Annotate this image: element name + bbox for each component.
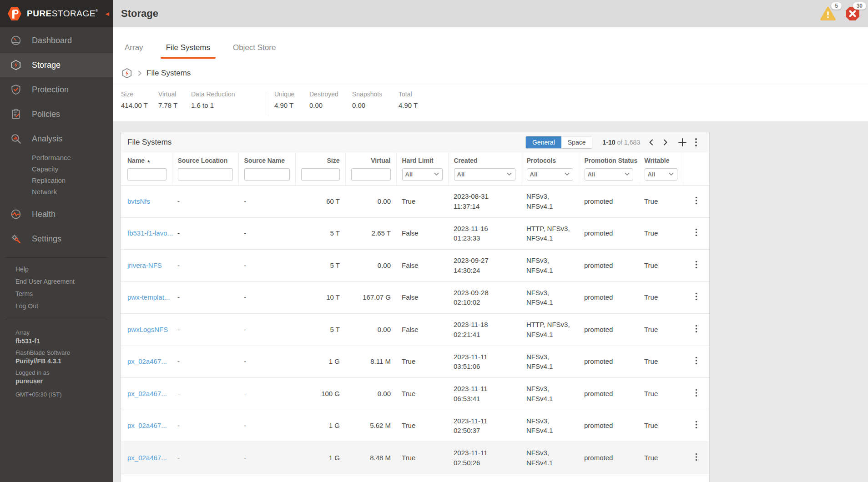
toggle-space-button[interactable]: Space (561, 136, 592, 148)
purestorage-logo[interactable]: PURESTORAGE® ◀ (0, 0, 113, 27)
cell-created: 2023-08-31 11:37:14 (448, 186, 521, 218)
row-menu-kebab-icon[interactable] (692, 260, 700, 270)
filter-select-protocols[interactable]: All (527, 168, 573, 181)
critical-alert-button[interactable]: 30 (844, 5, 861, 22)
storage-icon (10, 59, 22, 71)
cell-hard-limit: False (396, 217, 448, 250)
sidebar-item-protection[interactable]: Protection (0, 77, 113, 102)
next-page-button[interactable] (658, 136, 672, 149)
cell-name: fb531-f1-lavo... (121, 217, 172, 250)
toggle-general-button[interactable]: General (526, 136, 561, 148)
sidebar-item-dashboard[interactable]: Dashboard (0, 28, 113, 53)
sidebar-item-policies[interactable]: Policies (0, 102, 113, 126)
row-menu-kebab-icon[interactable] (692, 196, 700, 206)
row-menu-kebab-icon[interactable] (692, 420, 700, 430)
sidebar-link-log-out[interactable]: Log Out (15, 300, 107, 312)
filter-input-name[interactable] (127, 168, 167, 181)
cell-writable: True (639, 378, 683, 410)
cell-promotion-status: promoted (579, 250, 639, 282)
file-system-name-link[interactable]: px_02a467... (127, 422, 167, 429)
page-header: Storage 5 30 (113, 0, 868, 27)
stat-label: Snapshots (352, 90, 397, 98)
cell-actions (683, 217, 709, 250)
sidebar-subitem-replication[interactable]: Replication (32, 175, 113, 186)
sidebar-link-terms[interactable]: Terms (15, 288, 107, 300)
cell-protocols: NFSv3, NFSv4.1 (521, 186, 579, 218)
cell-hard-limit: True (396, 474, 448, 482)
settings-icon (10, 233, 22, 245)
cell-virtual: 0.00 (345, 186, 396, 218)
sidebar-link-help[interactable]: Help (15, 263, 107, 276)
stat-label: Unique (274, 90, 308, 98)
filter-select-writable[interactable]: All (645, 168, 677, 181)
cell-writable: True (639, 474, 683, 482)
filter-input-virtual[interactable] (351, 168, 391, 181)
cell-protocols: NFSv3, NFSv4.1 (521, 346, 579, 378)
tab-object-store[interactable]: Object Store (229, 43, 280, 62)
file-system-name-link[interactable]: px_02a467... (127, 357, 167, 365)
file-system-name-link[interactable]: px_02a467... (127, 390, 167, 397)
sidebar-item-analysis[interactable]: Analysis (0, 126, 113, 151)
file-system-name-link[interactable]: px_02a467... (127, 454, 167, 462)
chevron-right-icon (136, 70, 143, 76)
column-header-source-location[interactable]: Source Location (172, 152, 238, 165)
file-system-name-link[interactable]: fb531-f1-lavo... (127, 229, 173, 237)
cell-promotion-status: promoted (579, 410, 639, 442)
row-menu-kebab-icon[interactable] (692, 388, 700, 398)
cell-source-location: - (172, 346, 238, 378)
filter-input-source-name[interactable] (244, 168, 290, 181)
row-menu-kebab-icon[interactable] (692, 356, 700, 366)
column-header-source-name[interactable]: Source Name (238, 152, 295, 165)
tab-array[interactable]: Array (121, 43, 147, 62)
cell-virtual: 8.11 M (345, 346, 396, 378)
column-header-promotion-status[interactable]: Promotion Status (579, 152, 639, 165)
cell-hard-limit: True (396, 346, 448, 378)
cell-source-location: - (172, 442, 238, 474)
tab-file-systems[interactable]: File Systems (162, 43, 214, 62)
add-file-system-button[interactable] (676, 136, 689, 149)
filter-select-value: All (648, 171, 656, 178)
column-header-size[interactable]: Size (295, 152, 345, 165)
column-header-created[interactable]: Created (448, 152, 521, 165)
filter-select-value: All (588, 171, 595, 178)
filter-input-size[interactable] (301, 168, 340, 181)
panel-menu-kebab-icon[interactable] (689, 136, 703, 149)
sidebar-collapse-icon[interactable]: ◀ (106, 11, 109, 17)
column-header-hard-limit[interactable]: Hard Limit (396, 152, 448, 165)
sort-ascending-icon: ▲ (146, 159, 151, 163)
cell-source-name: - (238, 346, 295, 378)
sidebar-item-health[interactable]: Health (0, 202, 113, 226)
sidebar-subitem-performance[interactable]: Performance (32, 152, 113, 163)
cell-hard-limit: True (396, 378, 448, 410)
info-value-flashblade-software: Purity//FB 4.3.1 (15, 357, 113, 365)
sidebar-item-settings[interactable]: Settings (0, 226, 113, 251)
row-menu-kebab-icon[interactable] (692, 291, 700, 301)
file-system-name-link[interactable]: jrivera-NFS (127, 261, 162, 269)
stat-label: Destroyed (309, 90, 350, 98)
file-system-name-link[interactable]: bvtsNfs (127, 197, 150, 205)
sidebar-link-end-user-agreement[interactable]: End User Agreement (15, 276, 107, 288)
table-row: pwxLogsNFS--5 T0.00False2023-11-18 02:21… (121, 314, 709, 346)
row-menu-kebab-icon[interactable] (692, 452, 700, 462)
row-menu-kebab-icon[interactable] (692, 227, 700, 237)
filter-input-source-location[interactable] (178, 168, 233, 181)
column-header-name[interactable]: Name▲ (121, 152, 172, 165)
stat-destroyed: Destroyed0.00 (309, 90, 350, 121)
column-header-virtual[interactable]: Virtual (345, 152, 396, 165)
file-system-name-link[interactable]: pwxLogsNFS (127, 326, 168, 333)
sidebar-item-storage[interactable]: Storage (0, 53, 113, 77)
column-header-writable[interactable]: Writable (639, 152, 683, 165)
file-system-name-link[interactable]: pwx-templat... (127, 293, 170, 301)
filter-select-hard-limit[interactable]: All (402, 168, 443, 181)
filter-select-promotion-status[interactable]: All (585, 168, 633, 181)
sidebar-subitem-network[interactable]: Network (32, 186, 113, 197)
cell-hard-limit: False (396, 314, 448, 346)
previous-page-button[interactable] (645, 136, 658, 149)
sidebar-subitem-capacity[interactable]: Capacity (32, 163, 113, 175)
warning-alert-button[interactable]: 5 (820, 5, 836, 22)
stat-label: Data Reduction (191, 90, 258, 98)
column-header-protocols[interactable]: Protocols (521, 152, 579, 165)
filter-select-created[interactable]: All (454, 168, 515, 181)
row-menu-kebab-icon[interactable] (692, 324, 700, 334)
cell-promotion-status: promoted (579, 378, 639, 410)
